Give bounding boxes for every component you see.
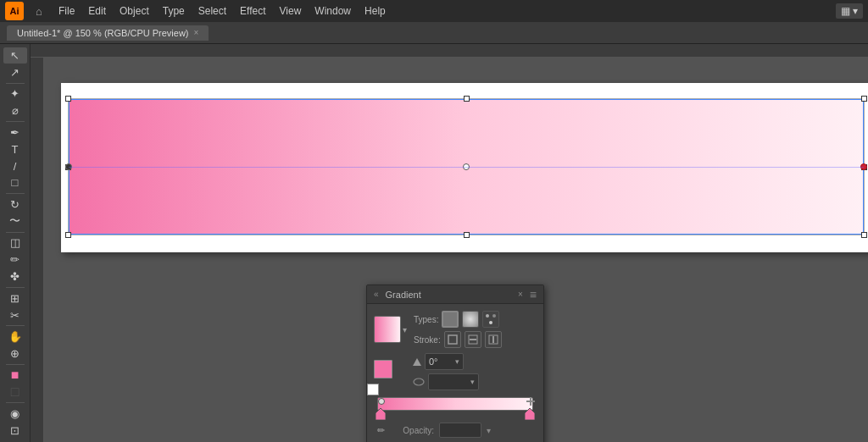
aspect-dropdown-arrow: ▾ [470,378,475,386]
gradient-slider-area: ✏ Opacity: ▾ Location: ▾ [374,397,537,442]
canvas-area: « Gradient × ≡ ▾ [31,44,868,442]
home-icon[interactable]: ⌂ [31,3,47,19]
workspace-button[interactable]: ▦ ▾ [836,3,863,19]
gradient-swatch-arrow[interactable]: ▾ [403,325,407,334]
stroke-swatch[interactable]: □ [3,384,27,401]
slice-tool[interactable]: ✂ [3,307,27,323]
toolbar-separator-7 [6,364,25,365]
fill-swatch[interactable]: ■ [3,367,27,384]
ruler-top [31,44,868,58]
handle-bottom-left[interactable] [65,232,71,238]
handle-top-left[interactable] [65,96,71,102]
opacity-input[interactable] [439,423,481,438]
stroke-btn-1[interactable] [444,331,461,348]
svg-point-1 [492,314,496,318]
stroke-btn-2[interactable] [465,331,481,348]
hand-tool[interactable]: ✋ [3,329,27,345]
tab-close-button[interactable]: × [194,28,199,37]
svg-point-0 [486,314,489,318]
delete-stop-button[interactable] [526,397,535,407]
angle-input[interactable]: 0° ▾ [425,353,464,370]
toolbar-separator-6 [6,325,25,326]
menu-select[interactable]: Select [192,3,232,19]
handle-mid-top[interactable] [464,96,470,102]
panel-title: Gradient [386,290,518,300]
gradient-line [69,167,864,168]
angle-dropdown-arrow: ▾ [455,357,459,366]
zoom-tool[interactable]: ⊕ [3,345,27,362]
ruler-left [31,58,44,442]
menu-help[interactable]: Help [359,3,392,19]
stroke-color-swatch[interactable] [367,384,379,395]
freeform-gradient-button[interactable] [482,311,499,328]
stroke-label: Stroke: [414,335,441,345]
color-mode-button[interactable]: ◉ [3,406,27,422]
ellipse-icon [413,376,425,388]
eyedropper-tool[interactable]: ✏ [3,251,27,268]
toolbar-separator-8 [6,402,25,403]
svg-marker-7 [376,408,386,420]
gradient-rectangle[interactable] [68,98,865,235]
lasso-tool[interactable]: ⌀ [3,102,27,119]
stroke-btn-3[interactable] [485,331,502,348]
gradient-type-row: ▾ Types: [374,311,537,348]
toolbar: ↖ ↗ ✦ ⌀ ✒ T / □ ↻ 〜 ◫ ✏ ✤ ⊞ ✂ ✋ ⊕ ■ □ ◉ … [0,44,31,442]
svg-point-6 [414,378,424,385]
toolbar-separator-1 [6,83,25,84]
selection-tool[interactable]: ↖ [3,47,27,64]
toolbar-separator-2 [6,121,25,122]
pen-tool[interactable]: ✒ [3,124,27,141]
linear-gradient-button[interactable] [442,311,459,328]
panel-close-icon[interactable]: × [518,290,523,299]
handle-top-right[interactable] [861,96,867,102]
line-tool[interactable]: / [3,158,27,174]
gradient-track[interactable] [377,397,533,411]
menu-effect[interactable]: Effect [234,3,271,19]
svg-rect-10 [530,397,531,406]
stroke-no-icon [448,334,458,345]
svg-marker-8 [525,408,535,420]
panel-body: ▾ Types: [367,304,543,442]
gradient-panel: « Gradient × ≡ ▾ [366,285,544,442]
menu-object[interactable]: Object [114,3,155,19]
panel-menu-icon[interactable]: ≡ [530,288,537,301]
color-swatch-row: 0° ▾ ▾ [374,353,537,390]
panel-collapse-icon[interactable]: « [374,290,379,299]
stroke-across-icon [488,334,498,345]
panel-header[interactable]: « Gradient × ≡ [367,285,543,304]
toolbar-separator-4 [6,232,25,233]
opacity-unit: ▾ [487,426,491,435]
rotate-tool[interactable]: ↻ [3,196,27,213]
angle-triangle-icon [413,358,421,366]
svg-point-2 [489,321,492,324]
stroke-along-icon [468,334,478,345]
gradient-tool[interactable]: ◫ [3,235,27,251]
menu-edit[interactable]: Edit [82,3,112,19]
artboard-tool[interactable]: ⊞ [3,290,27,307]
freeform-icon [485,313,497,325]
blend-tool[interactable]: ✤ [3,268,27,285]
menu-view[interactable]: View [274,3,308,19]
canvas-workspace[interactable]: « Gradient × ≡ ▾ [44,58,868,442]
warp-tool[interactable]: 〜 [3,213,27,229]
gradient-stop-right[interactable] [525,408,535,423]
gradient-preview-swatch[interactable] [374,316,401,343]
handle-bottom-right[interactable] [861,232,867,238]
magic-wand-tool[interactable]: ✦ [3,86,27,102]
menu-type[interactable]: Type [157,3,191,19]
menu-window[interactable]: Window [309,3,357,19]
main-area: ↖ ↗ ✦ ⌀ ✒ T / □ ↻ 〜 ◫ ✏ ✤ ⊞ ✂ ✋ ⊕ ■ □ ◉ … [0,44,868,442]
radial-gradient-button[interactable] [462,311,479,328]
screen-mode-button[interactable]: ⊡ [3,423,27,439]
gradient-midpoint[interactable] [378,398,385,405]
type-tool[interactable]: T [3,141,27,157]
menu-file[interactable]: File [53,3,81,19]
gradient-stop-left[interactable] [376,408,386,423]
aspect-input[interactable]: ▾ [428,373,479,390]
types-label: Types: [414,315,438,324]
rectangle-tool[interactable]: □ [3,174,27,191]
handle-mid-bottom[interactable] [464,232,470,238]
document-tab[interactable]: Untitled-1* @ 150 % (RGB/CPU Preview) × [7,25,209,41]
direct-selection-tool[interactable]: ↗ [3,64,27,80]
fill-color-swatch[interactable] [374,360,392,378]
